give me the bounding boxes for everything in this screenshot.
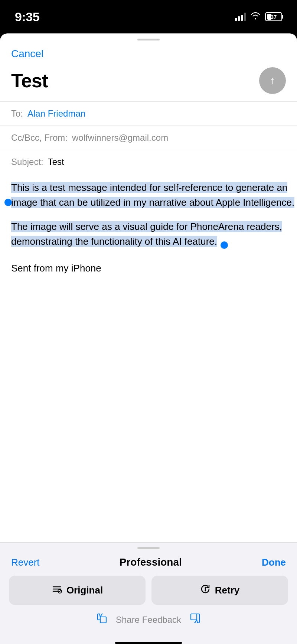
cc-value: wolfwinners@gmail.com	[72, 133, 168, 143]
compose-sheet: Cancel Test ↑ To: Alan Friedman Cc/Bcc, …	[0, 33, 297, 644]
selected-text-1: This is a test message intended for self…	[11, 182, 294, 208]
retry-icon	[200, 584, 210, 597]
thumbs-down-icon[interactable]	[189, 612, 200, 627]
body-paragraph-2: The image will serve as a visual guide f…	[11, 219, 297, 249]
body-text[interactable]: This is a test message intended for self…	[11, 180, 297, 249]
retry-label: Retry	[215, 585, 239, 596]
signature: Sent from my iPhone	[0, 255, 297, 282]
signal-icon	[235, 13, 246, 21]
original-label: Original	[66, 585, 103, 596]
original-button[interactable]: Original	[9, 576, 146, 605]
compose-header: Test ↑	[0, 67, 297, 101]
done-button[interactable]: Done	[262, 557, 286, 568]
status-icons: 37	[235, 12, 282, 22]
battery-icon: 37	[265, 12, 282, 21]
feedback-row: Share Feedback	[0, 612, 297, 638]
retry-button[interactable]: Retry	[151, 576, 288, 605]
action-buttons: Original Retry	[0, 576, 297, 612]
cc-field-row[interactable]: Cc/Bcc, From: wolfwinners@gmail.com	[0, 126, 297, 150]
body-paragraph-1: This is a test message intended for self…	[11, 180, 297, 210]
to-field-row[interactable]: To: Alan Friedman	[0, 101, 297, 126]
selection-handle-right	[221, 241, 228, 249]
pull-handle	[137, 39, 160, 40]
cancel-button[interactable]: Cancel	[0, 40, 55, 67]
body-area[interactable]: This is a test message intended for self…	[0, 174, 297, 255]
to-label: To:	[11, 108, 23, 119]
subject-field-row[interactable]: Subject: Test	[0, 150, 297, 174]
compose-title: Test	[11, 69, 48, 92]
professional-label: Professional	[120, 556, 182, 568]
wifi-icon	[250, 12, 261, 22]
send-button[interactable]: ↑	[259, 67, 286, 94]
to-value: Alan Friedman	[27, 108, 85, 119]
feedback-label: Share Feedback	[116, 615, 181, 625]
status-bar: 9:35 37	[0, 0, 297, 33]
bottom-panel: Revert Professional Done Original	[0, 542, 297, 644]
selected-text-2: The image will serve as a visual guide f…	[11, 221, 282, 247]
subject-label: Subject:	[11, 157, 43, 167]
home-indicator	[115, 642, 182, 644]
subject-value: Test	[48, 157, 64, 167]
revert-button[interactable]: Revert	[11, 557, 40, 568]
original-icon	[52, 584, 62, 597]
professional-bar: Revert Professional Done	[0, 549, 297, 576]
send-icon: ↑	[270, 75, 275, 87]
thumbs-up-icon[interactable]	[97, 612, 108, 627]
selection-handle-left	[4, 199, 12, 206]
cc-label: Cc/Bcc, From:	[11, 133, 68, 143]
status-time: 9:35	[15, 10, 39, 24]
